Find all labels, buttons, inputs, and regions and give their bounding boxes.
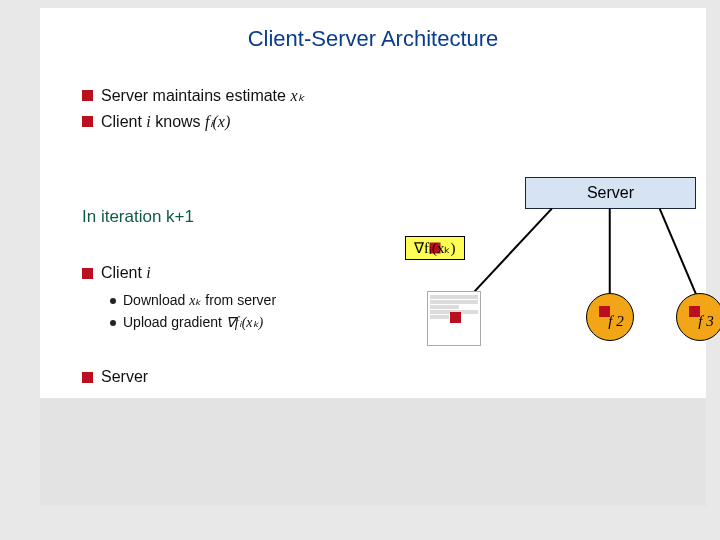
placeholder-line <box>430 295 478 299</box>
bullet-square-icon <box>82 90 93 101</box>
client-label: f 2 <box>608 313 623 330</box>
client-node-3: f 3 <box>676 293 720 341</box>
bullet-square-icon <box>82 116 93 127</box>
text: knows <box>151 113 205 130</box>
text: Client <box>101 113 146 130</box>
slide-title: Client-Server Architecture <box>40 26 706 52</box>
bullet-client-knows: Client i knows fᵢ(x) <box>82 112 230 131</box>
heading-iteration: In iteration k+1 <box>82 207 194 227</box>
bullet-server-estimate: Server maintains estimate xₖ <box>82 86 305 105</box>
bullet-square-icon <box>82 268 93 279</box>
placeholder-line <box>430 300 478 304</box>
sub-bullet-download: Download xₖ from server <box>110 292 276 309</box>
text: from server <box>201 292 276 308</box>
server-node: Server <box>525 177 696 209</box>
slide: Client-Server Architecture Server mainta… <box>40 8 706 506</box>
bullet-dot-icon <box>110 298 116 304</box>
gradient-label: ∇fᵢ(xₖ) <box>405 236 465 260</box>
bullet-square-icon <box>450 312 461 323</box>
placeholder-line <box>430 305 459 309</box>
text: Server <box>101 368 148 386</box>
client-node-2: f 2 <box>586 293 634 341</box>
occlusion-overlay <box>40 398 706 506</box>
math-fix: fᵢ(x) <box>205 113 230 130</box>
server-label: Server <box>587 184 634 202</box>
gradient-math: ∇fᵢ(xₖ) <box>414 239 456 257</box>
math-xk: xₖ <box>290 87 304 104</box>
text: Client <box>101 264 146 281</box>
sub-bullet-upload: Upload gradient ∇fᵢ(xₖ) <box>110 314 263 331</box>
client-label: f 3 <box>698 313 713 330</box>
text: Server maintains estimate <box>101 87 290 104</box>
text: Download <box>123 292 189 308</box>
text: Upload gradient <box>123 314 226 330</box>
math-i: i <box>146 264 150 281</box>
placeholder-line <box>430 315 449 319</box>
math-grad: ∇fᵢ(xₖ) <box>226 315 263 330</box>
bullet-square-icon <box>82 372 93 383</box>
bullet-server: Server <box>82 368 148 386</box>
bullet-dot-icon <box>110 320 116 326</box>
bullet-client-i: Client i <box>82 264 151 282</box>
client-node-1 <box>427 291 481 346</box>
edge-server-client1 <box>463 208 553 304</box>
math-xk: xₖ <box>189 293 201 308</box>
